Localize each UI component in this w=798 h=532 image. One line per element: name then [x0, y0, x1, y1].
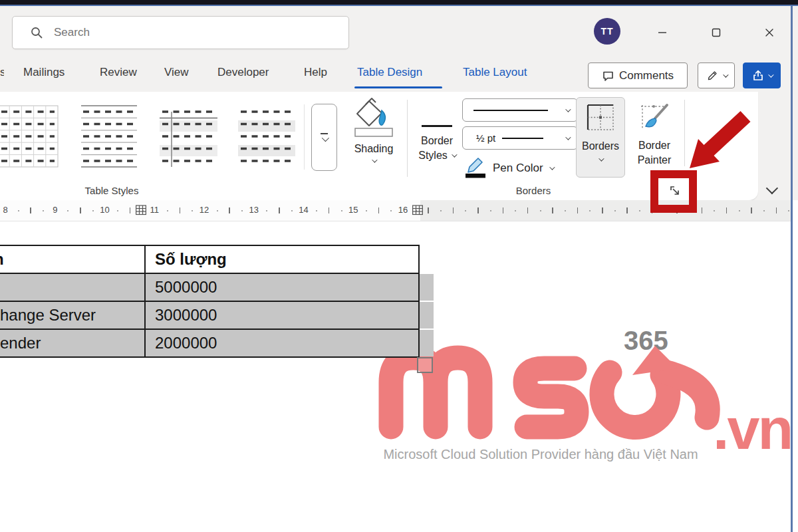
line-style-combo[interactable] — [462, 98, 578, 122]
table-style-thumbnail-lines[interactable] — [78, 103, 140, 170]
share-button[interactable] — [743, 63, 781, 88]
search-box[interactable] — [12, 16, 349, 49]
active-tab-underline — [354, 86, 442, 88]
more-bar-icon — [321, 133, 328, 134]
chevron-down-icon — [452, 152, 457, 157]
shading-button[interactable]: Shading — [343, 97, 404, 163]
shading-label: Shading — [354, 143, 394, 155]
table-style-thumbnail-grid[interactable] — [0, 103, 60, 170]
tab-fragment[interactable]: s — [0, 66, 4, 79]
line-style-sample — [473, 110, 548, 111]
tab-mailings[interactable]: Mailings — [23, 66, 65, 79]
table-cell[interactable]: 5000000 — [155, 278, 217, 297]
avatar-initials: TT — [600, 26, 613, 37]
annotation-highlight-box — [650, 170, 697, 213]
close-icon — [765, 28, 774, 37]
table-cell[interactable]: 2000000 — [155, 334, 217, 352]
tab-view[interactable]: View — [164, 66, 189, 79]
table-column-marker[interactable] — [412, 205, 424, 218]
borders-group-label: Borders — [487, 185, 580, 196]
table-cell[interactable]: n — [0, 250, 4, 269]
tab-review[interactable]: Review — [100, 66, 137, 79]
tab-help[interactable]: Help — [304, 66, 327, 79]
line-weight-value: ½ pt — [476, 132, 495, 144]
table-border — [0, 301, 420, 302]
table-styles-group-label: Table Styles — [65, 185, 158, 196]
table-border — [0, 245, 420, 246]
borders-grid-icon — [585, 103, 616, 135]
table-header-cell[interactable]: Số lượng — [155, 250, 227, 269]
border-line-icon — [422, 125, 452, 127]
desktop-strip — [0, 0, 798, 5]
chevron-down-icon — [723, 72, 728, 77]
table-style-thumbnail-banded[interactable] — [236, 103, 297, 170]
line-weight-combo[interactable]: ½ pt — [462, 126, 578, 150]
pencil-icon — [706, 70, 718, 82]
border-styles-button[interactable]: Border Styles — [412, 125, 462, 162]
chevron-down-icon — [321, 134, 329, 142]
borders-button-label: Borders — [582, 140, 619, 152]
border-painter-brush-icon — [637, 102, 672, 136]
chevron-down-icon — [372, 157, 377, 162]
search-icon — [30, 26, 43, 39]
table-style-thumbnail-header-column[interactable] — [158, 103, 219, 170]
table-border — [0, 329, 420, 330]
tab-developer[interactable]: Developer — [217, 66, 269, 79]
tab-table-layout[interactable]: Table Layout — [463, 66, 527, 79]
watermark-tagline: Microsoft Cloud Solution Provider hàng đ… — [364, 447, 717, 462]
table-resize-handle[interactable] — [417, 357, 433, 373]
table-border — [418, 245, 420, 358]
border-styles-label-2: Styles — [418, 150, 448, 162]
border-painter-label-1: Border — [638, 140, 670, 152]
editing-mode-button[interactable] — [698, 63, 735, 88]
table-cell[interactable]: 3000000 — [155, 306, 217, 325]
comments-label: Comments — [619, 69, 674, 82]
pen-color-icon — [464, 156, 487, 181]
line-weight-sample — [502, 138, 543, 139]
gallery-edge — [304, 104, 305, 170]
share-icon — [752, 70, 764, 81]
collapse-ribbon-button[interactable] — [762, 182, 779, 196]
table-styles-more-button[interactable] — [311, 104, 337, 171]
minimize-button[interactable] — [654, 24, 671, 41]
word-window: TT s Mailings Review View Developer Help… — [0, 0, 798, 532]
table-border — [144, 245, 146, 358]
table-column-marker[interactable] — [135, 205, 147, 218]
table-cell[interactable]: hange Server — [0, 306, 96, 325]
border-styles-label-1: Border — [421, 135, 453, 147]
shading-bucket-icon — [352, 97, 395, 141]
avatar[interactable]: TT — [594, 18, 620, 45]
table-cell[interactable]: ender — [0, 334, 41, 352]
annotation-arrow — [673, 105, 759, 175]
table-border — [0, 356, 420, 358]
pen-color-button[interactable]: Pen Color — [464, 156, 553, 181]
pen-color-label: Pen Color — [493, 162, 543, 175]
close-button[interactable] — [761, 24, 778, 41]
minimize-icon — [658, 28, 667, 37]
maximize-icon — [712, 28, 721, 37]
search-input[interactable] — [53, 25, 308, 40]
chevron-down-icon — [565, 106, 571, 112]
maximize-button[interactable] — [708, 24, 725, 41]
chevron-down-icon — [765, 182, 777, 194]
chevron-down-icon — [598, 156, 604, 161]
group-separator — [407, 100, 408, 177]
watermark-suffix: .vn — [713, 395, 791, 463]
comments-button[interactable]: Comments — [588, 63, 688, 88]
borders-button[interactable]: Borders — [576, 97, 625, 178]
table-border — [0, 273, 420, 274]
chevron-down-icon — [768, 72, 773, 77]
tab-table-design[interactable]: Table Design — [357, 66, 422, 79]
chevron-down-icon — [565, 134, 571, 140]
border-painter-label-2: Painter — [638, 154, 672, 166]
comment-bubble-icon — [602, 70, 614, 82]
